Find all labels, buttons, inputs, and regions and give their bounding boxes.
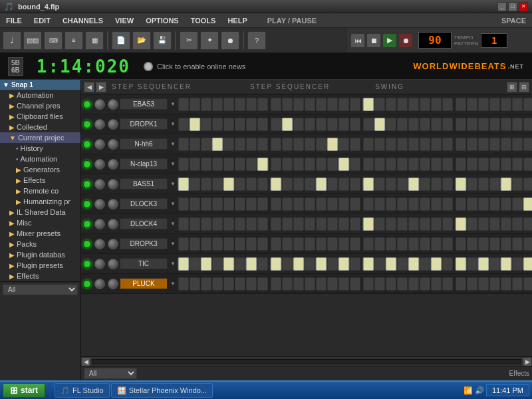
- step-button[interactable]: [442, 217, 453, 231]
- step-button[interactable]: [350, 217, 360, 231]
- step-button[interactable]: [350, 257, 360, 271]
- transport-record[interactable]: ⏺: [398, 33, 413, 48]
- step-button[interactable]: [293, 158, 304, 171]
- step-button[interactable]: [501, 277, 511, 291]
- toolbar-btn-new[interactable]: 📄: [112, 31, 130, 50]
- step-button[interactable]: [442, 158, 453, 171]
- step-button[interactable]: [397, 138, 408, 151]
- row-label[interactable]: PLUCK: [120, 278, 168, 289]
- sidebar-item-history[interactable]: • History: [0, 143, 80, 154]
- step-button[interactable]: [212, 257, 223, 271]
- row-knob-pan[interactable]: [108, 179, 118, 190]
- step-button[interactable]: [212, 98, 223, 111]
- step-button[interactable]: [397, 217, 408, 231]
- step-button[interactable]: [305, 198, 315, 211]
- sidebar-item-packs[interactable]: ▶ Packs: [0, 239, 80, 249]
- step-button[interactable]: [456, 118, 466, 131]
- sidebar-item-collected[interactable]: ▶ Collected: [0, 122, 80, 132]
- toolbar-btn-open[interactable]: 📂: [132, 31, 151, 50]
- step-button[interactable]: [235, 98, 245, 111]
- step-button[interactable]: [456, 138, 466, 151]
- step-button[interactable]: [271, 118, 281, 131]
- step-button[interactable]: [363, 217, 374, 231]
- step-button[interactable]: [408, 257, 419, 271]
- row-arrow-icon[interactable]: ▼: [170, 141, 176, 147]
- toolbar-btn-save[interactable]: 💾: [153, 31, 172, 50]
- step-button[interactable]: [178, 178, 189, 191]
- step-button[interactable]: [478, 118, 489, 131]
- step-button[interactable]: [512, 158, 523, 171]
- row-knob-volume[interactable]: [94, 119, 105, 130]
- step-button[interactable]: [201, 158, 211, 171]
- step-button[interactable]: [190, 198, 200, 211]
- toolbar-btn-mixer[interactable]: ▤▤: [23, 31, 42, 50]
- step-button[interactable]: [338, 178, 349, 191]
- step-button[interactable]: [338, 217, 349, 231]
- step-button[interactable]: [305, 118, 315, 131]
- step-button[interactable]: [408, 198, 419, 211]
- step-button[interactable]: [456, 178, 466, 191]
- step-button[interactable]: [501, 237, 511, 251]
- step-button[interactable]: [478, 198, 489, 211]
- step-button[interactable]: [327, 158, 338, 171]
- step-button[interactable]: [282, 217, 293, 231]
- step-button[interactable]: [431, 98, 442, 111]
- step-button[interactable]: [489, 158, 500, 171]
- step-button[interactable]: [523, 158, 532, 171]
- row-knob-volume[interactable]: [94, 219, 105, 229]
- step-button[interactable]: [235, 257, 245, 271]
- row-arrow-icon[interactable]: ▼: [170, 221, 176, 227]
- row-label[interactable]: N-hh6: [120, 138, 168, 150]
- toolbar-btn-magnet[interactable]: ✦: [200, 31, 219, 50]
- row-knob-volume[interactable]: [94, 99, 105, 110]
- row-led[interactable]: [83, 100, 91, 108]
- step-button[interactable]: [489, 138, 500, 151]
- step-button[interactable]: [467, 257, 477, 271]
- step-button[interactable]: [386, 257, 396, 271]
- step-button[interactable]: [212, 158, 223, 171]
- step-button[interactable]: [271, 138, 281, 151]
- step-button[interactable]: [512, 237, 523, 251]
- row-led[interactable]: [83, 220, 91, 228]
- step-button[interactable]: [374, 217, 385, 231]
- step-button[interactable]: [223, 138, 234, 151]
- step-button[interactable]: [190, 98, 200, 111]
- row-arrow-icon[interactable]: ▼: [170, 241, 176, 247]
- step-button[interactable]: [478, 237, 489, 251]
- step-button[interactable]: [442, 237, 453, 251]
- step-button[interactable]: [523, 118, 532, 131]
- step-button[interactable]: [190, 118, 200, 131]
- step-button[interactable]: [442, 178, 453, 191]
- step-button[interactable]: [420, 257, 430, 271]
- step-button[interactable]: [293, 277, 304, 291]
- step-button[interactable]: [512, 178, 523, 191]
- step-button[interactable]: [350, 118, 360, 131]
- scroll-right-btn[interactable]: ▶: [523, 357, 532, 366]
- step-button[interactable]: [420, 178, 430, 191]
- sidebar-item-effects[interactable]: ▶ Effects: [0, 175, 80, 186]
- step-button[interactable]: [420, 158, 430, 171]
- step-button[interactable]: [293, 178, 304, 191]
- step-button[interactable]: [190, 257, 200, 271]
- step-button[interactable]: [223, 98, 234, 111]
- step-button[interactable]: [386, 277, 396, 291]
- step-button[interactable]: [201, 178, 211, 191]
- step-button[interactable]: [282, 277, 293, 291]
- step-button[interactable]: [386, 98, 396, 111]
- step-button[interactable]: [257, 158, 268, 171]
- step-button[interactable]: [305, 277, 315, 291]
- taskbar-item-stellar[interactable]: 🪟 Stellar Phoenix Windo...: [111, 383, 213, 398]
- step-button[interactable]: [316, 237, 327, 251]
- step-button[interactable]: [350, 98, 360, 111]
- step-button[interactable]: [501, 118, 511, 131]
- row-label[interactable]: EBAS3: [120, 98, 168, 110]
- step-button[interactable]: [350, 237, 360, 251]
- row-knob-pan[interactable]: [108, 199, 118, 209]
- step-button[interactable]: [467, 198, 477, 211]
- sidebar-item-mixer[interactable]: ▶ Mixer presets: [0, 228, 80, 239]
- row-led[interactable]: [83, 120, 91, 128]
- step-button[interactable]: [190, 138, 200, 151]
- toolbar-btn-cut[interactable]: ✂: [180, 31, 198, 50]
- step-button[interactable]: [467, 138, 477, 151]
- sidebar-item-plugin-db[interactable]: ▶ Plugin databas: [0, 249, 80, 260]
